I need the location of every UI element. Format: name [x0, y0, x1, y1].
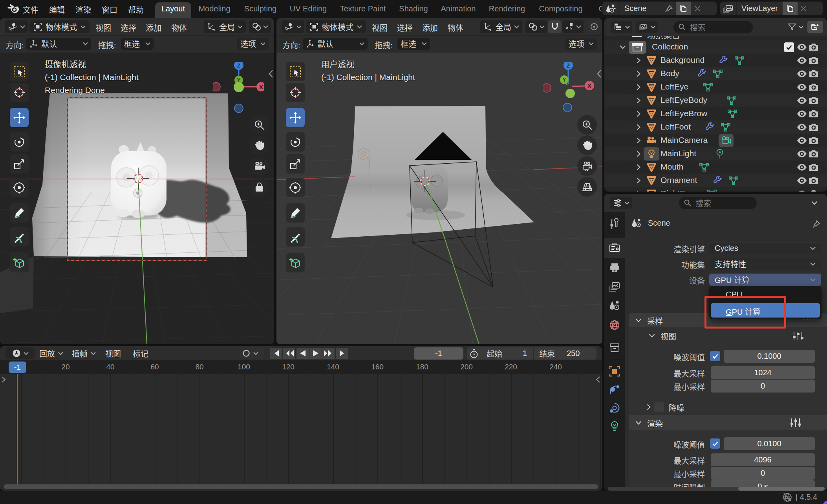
svg-text:X: X — [259, 84, 263, 90]
svg-text:X: X — [587, 82, 591, 89]
svg-text:Z: Z — [237, 62, 240, 69]
svg-text:Y: Y — [562, 77, 566, 83]
svg-text:Z: Z — [566, 62, 570, 69]
